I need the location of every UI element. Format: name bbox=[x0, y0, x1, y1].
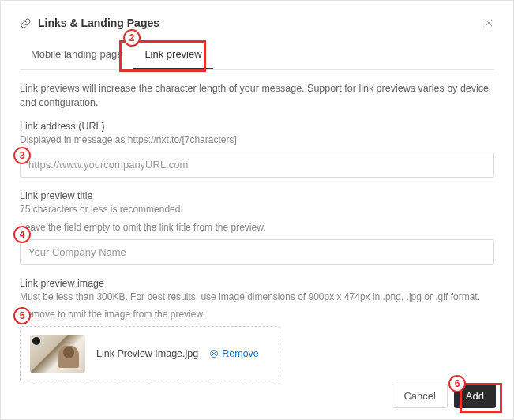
intro-text: Link previews will increase the characte… bbox=[20, 81, 494, 110]
title-label: Link preview title bbox=[20, 190, 494, 201]
url-label: Link address (URL) bbox=[20, 121, 494, 132]
modal-titlebar: Links & Landing Pages bbox=[20, 17, 494, 29]
title-help2: Leave the field empty to omit the link t… bbox=[20, 221, 494, 234]
title-input[interactable] bbox=[20, 239, 494, 265]
image-upload-box[interactable]: Link Preview Image.jpg Remove bbox=[20, 326, 280, 381]
tab-bar: Mobile landing page Link preview bbox=[20, 42, 494, 70]
tab-link-preview[interactable]: Link preview bbox=[133, 42, 212, 69]
image-help2: Remove to omit the image from the previe… bbox=[20, 308, 494, 321]
add-button[interactable]: Add bbox=[454, 384, 496, 408]
links-landing-modal: Links & Landing Pages Mobile landing pag… bbox=[1, 1, 513, 408]
url-field: Link address (URL) Displayed in message … bbox=[20, 121, 494, 178]
title-help1: 75 characters or less is recommended. bbox=[20, 203, 494, 216]
image-field: Link preview image Must be less than 300… bbox=[20, 278, 494, 382]
remove-label: Remove bbox=[222, 348, 259, 359]
close-icon[interactable] bbox=[483, 17, 494, 28]
image-file-name: Link Preview Image.jpg bbox=[96, 348, 198, 359]
url-help: Displayed in message as https://nxt.to/[… bbox=[20, 133, 494, 147]
modal-footer: Cancel Add bbox=[392, 384, 496, 408]
tab-mobile-landing[interactable]: Mobile landing page bbox=[20, 42, 133, 69]
remove-image-link[interactable]: Remove bbox=[209, 348, 259, 359]
url-input[interactable] bbox=[20, 152, 494, 178]
link-icon bbox=[20, 17, 32, 29]
cancel-button[interactable]: Cancel bbox=[392, 384, 447, 408]
title-field: Link preview title 75 characters or less… bbox=[20, 190, 494, 265]
remove-icon bbox=[209, 349, 219, 358]
modal-title: Links & Landing Pages bbox=[38, 17, 159, 29]
image-label: Link preview image bbox=[20, 278, 494, 289]
image-thumbnail bbox=[30, 335, 85, 373]
image-help1: Must be less than 300KB. For best result… bbox=[20, 291, 494, 304]
title-left: Links & Landing Pages bbox=[20, 17, 159, 29]
